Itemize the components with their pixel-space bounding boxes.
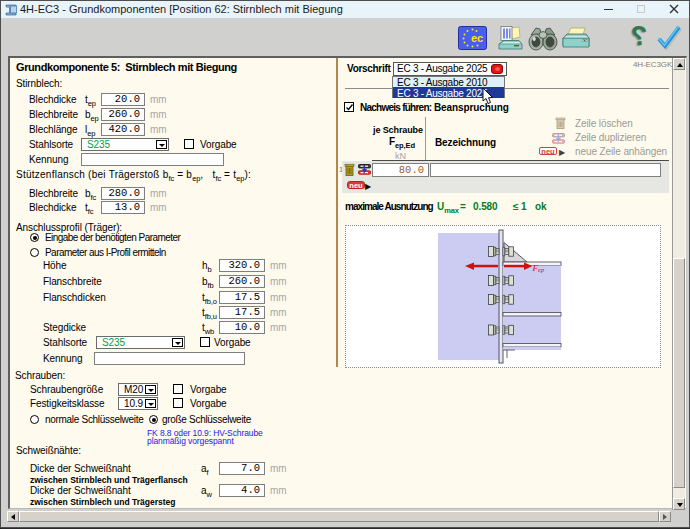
svg-text:ec: ec	[471, 32, 483, 44]
